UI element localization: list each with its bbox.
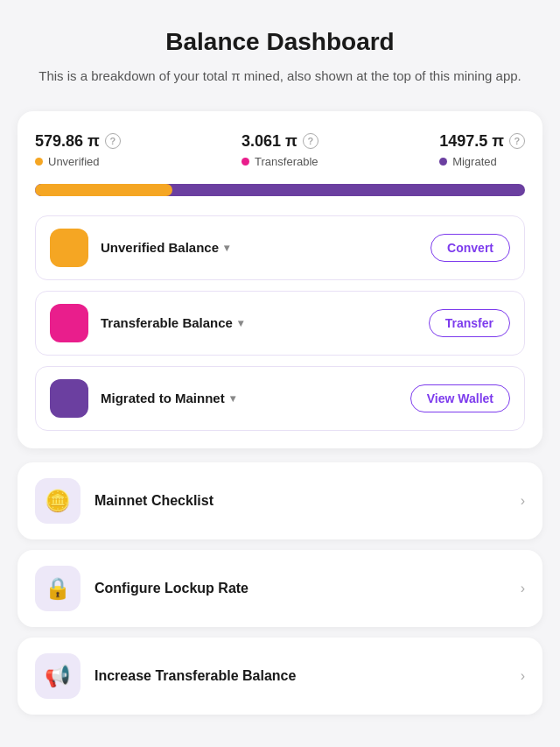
chevron-down-migrated: ▾ — [230, 392, 235, 405]
menu-item-left-lockup: 🔒 Configure Lockup Rate — [35, 566, 248, 611]
balance-row-transferable[interactable]: Transferable Balance ▾ Transfer — [35, 291, 525, 356]
balance-row-left-migrated: Migrated to Mainnet ▾ — [50, 379, 235, 418]
page-container: Balance Dashboard This is a breakdown of… — [0, 0, 560, 741]
chevron-down-transferable: ▾ — [238, 317, 243, 329]
menu-item-mainnet-checklist[interactable]: 🪙 Mainnet Checklist › — [18, 462, 542, 539]
balance-icon-migrated — [50, 379, 88, 418]
menu-item-lockup-rate[interactable]: 🔒 Configure Lockup Rate › — [18, 550, 542, 627]
menu-item-left-transferable: 📢 Increase Transferable Balance — [35, 653, 296, 699]
stat-amount-migrated: 1497.5 π ? — [439, 132, 525, 151]
balance-row-unverified[interactable]: Unverified Balance ▾ Convert — [35, 215, 525, 280]
transfer-button[interactable]: Transfer — [429, 309, 510, 337]
dot-purple — [439, 158, 447, 166]
page-subtitle: This is a breakdown of your total π mine… — [21, 67, 539, 87]
page-title: Balance Dashboard — [21, 28, 539, 56]
dot-orange — [35, 158, 43, 166]
chevron-right-increase-transferable: › — [521, 668, 525, 684]
balance-row-left-transferable: Transferable Balance ▾ — [50, 304, 243, 342]
stat-transferable: 3.061 π ? Transferable — [242, 132, 318, 168]
dot-pink — [242, 158, 249, 166]
menu-label-increase-transferable: Increase Transferable Balance — [94, 668, 296, 684]
info-icon-transferable[interactable]: ? — [303, 133, 318, 149]
header: Balance Dashboard This is a breakdown of… — [0, 0, 560, 104]
info-icon-unverified[interactable]: ? — [105, 133, 121, 149]
stat-migrated: 1497.5 π ? Migrated — [439, 132, 525, 168]
balance-row-left-unverified: Unverified Balance ▾ — [50, 229, 229, 267]
stat-unverified: 579.86 π ? Unverified — [35, 132, 121, 168]
chevron-right-lockup: › — [521, 581, 525, 596]
main-card: 579.86 π ? Unverified 3.061 π ? Transfer… — [18, 111, 542, 448]
mainnet-checklist-icon: 🪙 — [35, 478, 80, 524]
balance-icon-transferable — [50, 304, 88, 342]
view-wallet-button[interactable]: View Wallet — [410, 384, 510, 412]
stats-row: 579.86 π ? Unverified 3.061 π ? Transfer… — [35, 132, 525, 168]
balance-row-migrated[interactable]: Migrated to Mainnet ▾ View Wallet — [35, 366, 525, 431]
balance-label-unverified: Unverified Balance ▾ — [101, 240, 229, 255]
menu-item-increase-transferable[interactable]: 📢 Increase Transferable Balance › — [18, 638, 542, 715]
progress-bar — [35, 184, 525, 196]
lockup-rate-icon: 🔒 — [35, 566, 80, 611]
increase-transferable-icon: 📢 — [35, 653, 80, 699]
chevron-right-checklist: › — [521, 493, 525, 509]
menu-label-checklist: Mainnet Checklist — [94, 493, 214, 509]
chevron-down-unverified: ▾ — [224, 242, 229, 254]
balance-icon-unverified — [50, 229, 88, 267]
stat-amount-unverified: 579.86 π ? — [35, 132, 121, 151]
info-icon-migrated[interactable]: ? — [509, 133, 525, 149]
stat-label-unverified: Unverified — [35, 155, 100, 168]
menu-section: 🪙 Mainnet Checklist › 🔒 Configure Lockup… — [18, 462, 542, 715]
menu-item-left-checklist: 🪙 Mainnet Checklist — [35, 478, 214, 524]
stat-label-migrated: Migrated — [439, 155, 497, 168]
stat-label-transferable: Transferable — [242, 155, 318, 168]
convert-button[interactable]: Convert — [430, 234, 510, 262]
progress-bar-fill — [35, 184, 172, 196]
stat-amount-transferable: 3.061 π ? — [242, 132, 318, 151]
balance-label-migrated: Migrated to Mainnet ▾ — [101, 391, 235, 405]
menu-label-lockup: Configure Lockup Rate — [94, 581, 248, 596]
balance-label-transferable: Transferable Balance ▾ — [101, 315, 243, 330]
